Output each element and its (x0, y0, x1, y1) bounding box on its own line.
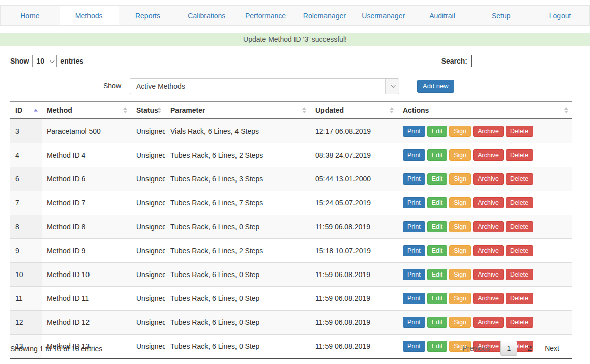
print-button[interactable]: Print (403, 221, 425, 232)
archive-button[interactable]: Archive (473, 126, 504, 137)
edit-button[interactable]: Edit (427, 221, 448, 232)
methods-table-head: ID Method Status Parameter Updated Actio… (10, 102, 572, 119)
print-button[interactable]: Print (403, 293, 425, 304)
delete-button[interactable]: Delete (506, 197, 533, 208)
print-button[interactable]: Print (403, 126, 425, 137)
table-info: Showing 1 to 10 of 16 entries (10, 345, 102, 353)
column-header-actions[interactable]: Actions (398, 102, 572, 119)
row-actions: PrintEditSignArchiveDelete (403, 270, 535, 278)
nav-item-logout[interactable]: Logout (530, 6, 589, 25)
delete-button[interactable]: Delete (506, 221, 533, 232)
add-new-button[interactable]: Add new (417, 80, 454, 93)
column-header-status[interactable]: Status (131, 102, 165, 119)
cell-actions: PrintEditSignArchiveDelete (398, 311, 572, 335)
edit-button[interactable]: Edit (427, 269, 448, 280)
archive-button[interactable]: Archive (473, 173, 504, 185)
cell-id: 10 (10, 263, 42, 287)
column-header-method[interactable]: Method (42, 102, 131, 119)
cell-parameter: Tubes Rack, 6 Lines, 0 Step (165, 311, 310, 335)
delete-button[interactable]: Delete (506, 173, 533, 185)
archive-button[interactable]: Archive (473, 149, 504, 161)
page-button-2[interactable]: 2 (521, 341, 538, 355)
delete-button[interactable]: Delete (506, 149, 533, 161)
sign-button[interactable]: Sign (449, 173, 471, 185)
cell-updated: 11:59 06.08.2019 (310, 335, 398, 359)
edit-button[interactable]: Edit (427, 317, 448, 328)
sort-both-icon (302, 107, 306, 113)
method-filter-select[interactable]: Active Methods (130, 78, 399, 94)
nav-item-label: Reports (135, 12, 160, 20)
cell-id: 8 (10, 215, 42, 239)
page-button-1[interactable]: 1 (500, 341, 518, 356)
print-button[interactable]: Print (403, 197, 425, 208)
print-button[interactable]: Print (403, 269, 425, 280)
sort-asc-icon (34, 109, 38, 112)
cell-method: Method ID 7 (42, 191, 131, 215)
edit-button[interactable]: Edit (427, 293, 448, 304)
column-header-id[interactable]: ID (10, 102, 42, 119)
delete-button[interactable]: Delete (506, 245, 533, 256)
sign-button[interactable]: Sign (449, 245, 471, 256)
print-button[interactable]: Print (403, 341, 425, 352)
nav-item-reports[interactable]: Reports (119, 6, 178, 25)
sort-both-icon (390, 107, 394, 113)
nav-item-rolemanager[interactable]: Rolemanager (295, 6, 354, 25)
nav-item-methods[interactable]: Methods (60, 6, 119, 25)
archive-button[interactable]: Archive (473, 317, 504, 328)
print-button[interactable]: Print (403, 317, 425, 328)
cell-updated: 11:59 06.08.2019 (310, 311, 398, 335)
sign-button[interactable]: Sign (449, 293, 471, 304)
print-button[interactable]: Print (403, 149, 425, 161)
archive-button[interactable]: Archive (473, 269, 504, 280)
cell-parameter: Tubes Rack, 6 Lines, 2 Steps (165, 143, 310, 167)
column-header-parameter[interactable]: Parameter (165, 102, 310, 119)
sign-button[interactable]: Sign (449, 317, 471, 328)
cell-id: 7 (10, 191, 42, 215)
nav-item-auditrail[interactable]: Auditrail (413, 6, 472, 25)
cell-method: Paracetamol 500 (42, 119, 131, 143)
edit-button[interactable]: Edit (427, 245, 448, 256)
archive-button[interactable]: Archive (473, 221, 504, 232)
nav-item-setup[interactable]: Setup (471, 6, 530, 25)
edit-button[interactable]: Edit (427, 197, 448, 208)
sign-button[interactable]: Sign (449, 269, 471, 280)
page-length-select[interactable]: 10 (32, 55, 57, 67)
delete-button[interactable]: Delete (506, 126, 533, 137)
column-label: Actions (403, 106, 429, 114)
nav-item-usermanager[interactable]: Usermanager (354, 6, 413, 25)
cell-updated: 15:18 10.07.2019 (310, 239, 398, 263)
edit-button[interactable]: Edit (427, 341, 448, 352)
previous-page-button[interactable]: Previous (457, 341, 495, 355)
edit-button[interactable]: Edit (427, 149, 448, 161)
cell-actions: PrintEditSignArchiveDelete (398, 239, 572, 263)
column-header-updated[interactable]: Updated (310, 102, 398, 119)
sign-button[interactable]: Sign (449, 149, 471, 161)
print-button[interactable]: Print (403, 173, 425, 185)
archive-button[interactable]: Archive (473, 293, 504, 304)
edit-button[interactable]: Edit (427, 173, 448, 185)
table-row: 11 Method ID 11 Unsigned Tubes Rack, 6 L… (10, 287, 572, 311)
cell-parameter: Tubes Rack, 6 Lines, 0 Step (165, 335, 310, 359)
sign-button[interactable]: Sign (449, 126, 471, 137)
print-button[interactable]: Print (403, 245, 425, 256)
search-input[interactable] (471, 55, 572, 67)
edit-button[interactable]: Edit (427, 126, 448, 137)
main-nav: HomeMethodsReportsCalibrationsPerformanc… (0, 5, 590, 26)
table-row: 12 Method ID 12 Unsigned Tubes Rack, 6 L… (10, 311, 572, 335)
show-label: Show (10, 57, 29, 65)
next-page-button[interactable]: Next (540, 341, 565, 355)
chevron-down-icon (50, 58, 55, 63)
delete-button[interactable]: Delete (506, 269, 533, 280)
archive-button[interactable]: Archive (473, 197, 504, 208)
delete-button[interactable]: Delete (506, 293, 533, 304)
page-length-control: Show 10 entries (10, 54, 83, 68)
table-row: 10 Method ID 10 Unsigned Tubes Rack, 6 L… (10, 263, 572, 287)
nav-item-performance[interactable]: Performance (236, 6, 295, 25)
sign-button[interactable]: Sign (449, 197, 471, 208)
nav-item-label: Calibrations (188, 12, 225, 20)
archive-button[interactable]: Archive (473, 245, 504, 256)
delete-button[interactable]: Delete (506, 317, 533, 328)
sign-button[interactable]: Sign (449, 221, 471, 232)
nav-item-calibrations[interactable]: Calibrations (177, 6, 236, 25)
nav-item-home[interactable]: Home (1, 6, 60, 25)
